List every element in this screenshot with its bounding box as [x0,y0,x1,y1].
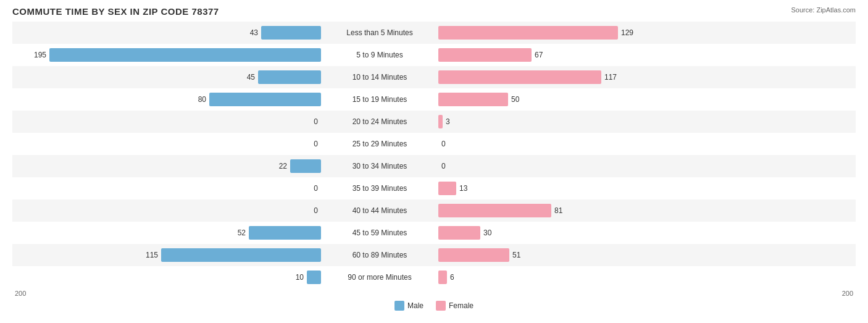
female-section: 13 [438,182,856,195]
table-row: 1955 to 9 Minutes67 [12,44,856,66]
female-section: 67 [438,48,856,62]
row-label: Less than 5 Minutes [321,28,438,37]
male-value: 0 [301,117,318,126]
male-legend-box [394,301,404,311]
male-section: 22 [12,159,321,173]
female-bar [438,248,509,262]
table-row: 5245 to 59 Minutes30 [12,222,856,244]
table-row: 4510 to 14 Minutes117 [12,66,856,88]
male-value: 0 [301,206,318,215]
row-label: 10 to 14 Minutes [321,73,438,82]
row-label: 5 to 9 Minutes [321,51,438,59]
male-bar [249,226,321,240]
male-bar [49,48,321,62]
female-value: 30 [483,229,501,237]
male-value: 52 [228,229,246,237]
male-value: 10 [286,273,304,282]
table-row: 43Less than 5 Minutes129 [12,22,856,44]
female-section: 30 [438,226,856,240]
female-value: 67 [535,51,552,59]
male-bar [307,271,321,284]
table-row: 040 to 44 Minutes81 [12,199,856,222]
male-bar [258,70,321,84]
female-bar [438,70,601,84]
female-section: 6 [438,271,856,284]
male-section: 0 [12,204,321,217]
male-bar [161,248,321,262]
male-value: 0 [301,140,318,148]
male-value: 0 [301,184,318,193]
female-legend-box [436,301,446,311]
male-section: 0 [12,137,321,151]
male-section: 0 [12,182,321,195]
table-row: 020 to 24 Minutes3 [12,111,856,133]
female-value: 6 [450,273,467,282]
female-section: 0 [438,159,856,173]
row-label: 20 to 24 Minutes [321,117,438,126]
chart-container: COMMUTE TIME BY SEX IN ZIP CODE 78377 So… [0,0,868,323]
male-value: 115 [141,251,158,259]
bars-wrapper: 43Less than 5 Minutes1291955 to 9 Minute… [12,22,856,288]
male-section: 115 [12,248,321,262]
female-value: 51 [512,251,530,259]
female-section: 0 [438,137,856,151]
table-row: 1090 or more Minutes6 [12,266,856,288]
female-value: 0 [441,162,459,170]
legend-female: Female [436,301,474,311]
female-bar [438,271,447,284]
female-value: 3 [446,117,463,126]
table-row: 025 to 29 Minutes0 [12,133,856,155]
female-legend-label: Female [449,301,474,310]
table-row: 2230 to 34 Minutes0 [12,155,856,177]
row-label: 35 to 39 Minutes [321,184,438,193]
chart-title: COMMUTE TIME BY SEX IN ZIP CODE 78377 [12,6,856,17]
male-bar [209,93,321,106]
legend: Male Female [12,301,856,311]
row-label: 25 to 29 Minutes [321,140,438,148]
row-label: 30 to 34 Minutes [321,162,438,170]
female-value: 81 [554,206,572,215]
female-bar [438,26,618,40]
row-label: 40 to 44 Minutes [321,206,438,215]
source-label: Source: ZipAtlas.com [791,6,856,14]
female-value: 0 [441,140,459,148]
female-bar [438,204,551,217]
female-value: 13 [459,184,477,193]
male-section: 0 [12,115,321,128]
female-section: 81 [438,204,856,217]
row-label: 60 to 89 Minutes [321,251,438,259]
male-section: 45 [12,70,321,84]
male-bar [261,26,321,40]
axis-left: 200 [15,290,26,297]
male-bar [290,159,321,173]
female-bar [438,226,480,240]
table-row: 8015 to 19 Minutes50 [12,88,856,111]
male-section: 52 [12,226,321,240]
row-label: 15 to 19 Minutes [321,95,438,104]
female-bar [438,182,456,195]
male-value: 80 [189,95,206,104]
female-value: 50 [511,95,528,104]
female-value: 129 [621,28,638,37]
female-bar [438,93,508,106]
male-section: 10 [12,271,321,284]
female-section: 3 [438,115,856,128]
table-row: 11560 to 89 Minutes51 [12,244,856,266]
male-legend-label: Male [407,301,424,310]
row-label: 90 or more Minutes [321,273,438,282]
table-row: 035 to 39 Minutes13 [12,177,856,199]
male-value: 43 [241,28,258,37]
female-bar [438,48,532,62]
female-section: 117 [438,70,856,84]
female-section: 129 [438,26,856,40]
row-label: 45 to 59 Minutes [321,229,438,237]
male-section: 43 [12,26,321,40]
male-value: 22 [270,162,287,170]
male-value: 45 [238,73,255,82]
female-bar [438,115,443,128]
axis-labels: 200 200 [12,290,856,297]
male-value: 195 [29,51,46,59]
female-section: 50 [438,93,856,106]
male-section: 195 [12,48,321,62]
axis-right: 200 [842,290,853,297]
